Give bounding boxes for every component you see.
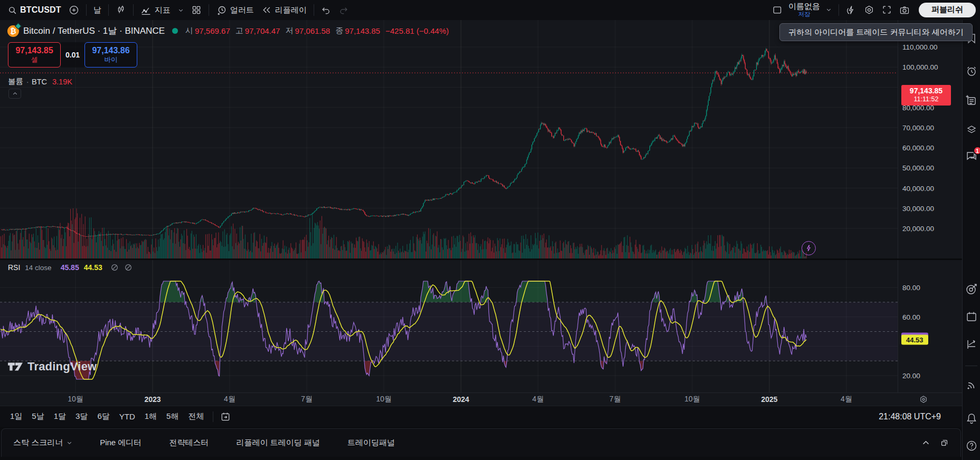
time-axis-label: 2025 bbox=[761, 395, 777, 404]
quantity-field[interactable]: 0.01 bbox=[61, 42, 84, 68]
range-button-5날[interactable]: 5날 bbox=[27, 409, 49, 424]
rsi-name: RSI bbox=[8, 263, 20, 272]
layout-square-icon bbox=[772, 5, 783, 15]
legend-collapse-button[interactable] bbox=[8, 89, 21, 99]
save-button[interactable]: 저장 bbox=[798, 11, 811, 18]
price-axis[interactable]: 110,000.00100,000.0090,000.0080,000.0070… bbox=[898, 20, 962, 258]
bottom-tab-5[interactable]: 트레이딩패널 bbox=[347, 438, 395, 448]
rsi-axis[interactable]: 80.0060.0020.00 45.85 44.53 bbox=[898, 260, 962, 392]
low-value: 97,061.58 bbox=[295, 26, 330, 35]
bottom-tab-4[interactable]: 리플레이 트레이딩 패널 bbox=[236, 438, 319, 448]
range-button-3달[interactable]: 3달 bbox=[71, 409, 92, 424]
chat-button[interactable]: 1 bbox=[965, 150, 978, 165]
indicator-templates-button[interactable] bbox=[174, 2, 187, 18]
publish-button[interactable]: 퍼블리쉬 bbox=[919, 3, 976, 17]
chevron-up-icon bbox=[12, 91, 18, 97]
toolbar-divider bbox=[108, 4, 109, 16]
time-axis[interactable]: 10월20234월7월10월20244월7월10월20254월 bbox=[0, 392, 962, 406]
boost-lightning-button[interactable] bbox=[802, 241, 816, 255]
indicators-button[interactable]: 지표 bbox=[137, 2, 174, 18]
restore-panel-icon bbox=[940, 438, 949, 447]
toolbar-divider bbox=[133, 4, 134, 16]
axis-settings-button[interactable] bbox=[919, 395, 928, 406]
indicators-icon bbox=[140, 5, 152, 16]
time-axis-label: 10월 bbox=[68, 395, 83, 404]
hide-indicator-icon[interactable] bbox=[124, 263, 133, 272]
volume-legend[interactable]: 볼륨 ∙ BTC 3.19K bbox=[8, 76, 72, 87]
current-price-badge: 97,143.85 11:11:52 bbox=[901, 85, 951, 106]
hotlists-target-button[interactable] bbox=[965, 283, 978, 298]
tab-label: 트레이딩패널 bbox=[347, 438, 395, 448]
goto-date-button[interactable] bbox=[218, 409, 233, 425]
interval-button[interactable]: 날 bbox=[90, 2, 105, 18]
buy-label: 바이 bbox=[105, 55, 118, 64]
fullscreen-button[interactable] bbox=[878, 2, 896, 18]
notes-button[interactable] bbox=[965, 94, 978, 109]
time-axis-label: 4월 bbox=[532, 395, 544, 404]
close-label: 종 bbox=[335, 26, 343, 36]
bottom-tab-3[interactable]: 전략테스터 bbox=[169, 438, 209, 448]
price-axis-label: 70,000.00 bbox=[902, 123, 934, 131]
sell-label: 셀 bbox=[31, 55, 38, 64]
indicators-label: 지표 bbox=[155, 5, 171, 15]
range-button-전체[interactable]: 전체 bbox=[183, 409, 209, 424]
calendar-button[interactable] bbox=[965, 310, 978, 325]
layout-name-chevron[interactable] bbox=[822, 2, 835, 18]
rsi-ma-badge: 44.53 bbox=[901, 334, 928, 344]
hotlists-target-icon bbox=[965, 283, 978, 295]
trade-position-button[interactable] bbox=[965, 338, 978, 353]
rsi-chart[interactable] bbox=[0, 260, 898, 392]
candles-style-icon bbox=[116, 5, 126, 15]
symbol-search-button[interactable]: BTCUSDT bbox=[4, 2, 65, 18]
replay-button[interactable]: 리플레이 bbox=[258, 2, 310, 18]
help-button[interactable] bbox=[965, 439, 978, 454]
range-button-5해[interactable]: 5해 bbox=[162, 409, 183, 424]
panel-maximize-button[interactable] bbox=[940, 438, 949, 447]
rsi-pane[interactable]: RSI 14 close 45.85 44.53 TradingView 80.… bbox=[0, 260, 962, 392]
object-tree-button[interactable] bbox=[965, 123, 978, 138]
range-button-1해[interactable]: 1해 bbox=[140, 409, 162, 424]
replay-rewind-icon bbox=[261, 5, 272, 15]
buy-button[interactable]: 97,143.86 바이 bbox=[84, 42, 137, 68]
undo-button[interactable] bbox=[317, 2, 335, 18]
broadcast-button[interactable] bbox=[965, 379, 978, 394]
layout-grid-button[interactable] bbox=[187, 2, 205, 18]
panel-expand-button[interactable] bbox=[921, 438, 930, 447]
gear-hexagon-icon bbox=[919, 395, 928, 404]
market-status-dot[interactable] bbox=[172, 28, 178, 34]
ohlc-values: 시97,569.67 고97,704.47 저97,061.58 종97,143… bbox=[185, 26, 449, 36]
hide-indicator-icon[interactable] bbox=[110, 263, 119, 272]
alert-button[interactable]: 얼러트 bbox=[212, 2, 258, 18]
rsi-legend[interactable]: RSI 14 close 45.85 44.53 bbox=[8, 263, 133, 272]
quick-actions-button[interactable] bbox=[842, 2, 860, 18]
timezone-clock[interactable]: 21:48:08 UTC+9 bbox=[879, 412, 941, 421]
range-button-YTD[interactable]: YTD bbox=[115, 410, 140, 423]
snapshot-button[interactable] bbox=[896, 2, 913, 18]
layout-name-menu[interactable]: 이름없음 저장 bbox=[786, 2, 822, 18]
compare-add-button[interactable] bbox=[65, 2, 83, 18]
chart-settings-button[interactable] bbox=[860, 2, 878, 18]
toolbar-divider bbox=[86, 4, 87, 16]
symbol-name: BTCUSDT bbox=[20, 5, 61, 15]
chevron-down-icon bbox=[826, 7, 832, 13]
range-button-1달[interactable]: 1달 bbox=[49, 409, 71, 424]
object-tree-icon bbox=[965, 123, 978, 136]
range-button-6달[interactable]: 6달 bbox=[92, 409, 114, 424]
sell-button[interactable]: 97,143.85 셀 bbox=[8, 42, 61, 68]
chat-unread-badge: 1 bbox=[973, 146, 980, 155]
layout-manager-button[interactable] bbox=[768, 2, 786, 18]
range-button-1일[interactable]: 1일 bbox=[5, 409, 27, 424]
price-pane[interactable]: ₿ Bitcoin / TetherUS · 1날 · BINANCE 시97,… bbox=[0, 20, 962, 260]
price-axis-label: 20,000.00 bbox=[902, 224, 934, 232]
redo-button[interactable] bbox=[335, 2, 352, 18]
chart-style-button[interactable] bbox=[112, 2, 130, 18]
alerts-clock-button[interactable] bbox=[965, 65, 978, 80]
bottom-tab-2[interactable]: Pine 에디터 bbox=[100, 438, 142, 448]
price-axis-label: 50,000.00 bbox=[902, 164, 934, 172]
notifications-bell-button[interactable] bbox=[965, 412, 978, 427]
tradingview-watermark: TradingView bbox=[7, 360, 97, 373]
bottom-panel-tabs: 스탁 스크리너Pine 에디터전략테스터리플레이 트레이딩 패널트레이딩패널 bbox=[1, 428, 961, 457]
bottom-tab-1[interactable]: 스탁 스크리너 bbox=[13, 438, 72, 448]
chart-title[interactable]: Bitcoin / TetherUS · 1날 · BINANCE bbox=[23, 25, 165, 37]
symbol-legend[interactable]: ₿ Bitcoin / TetherUS · 1날 · BINANCE 시97,… bbox=[7, 25, 449, 37]
